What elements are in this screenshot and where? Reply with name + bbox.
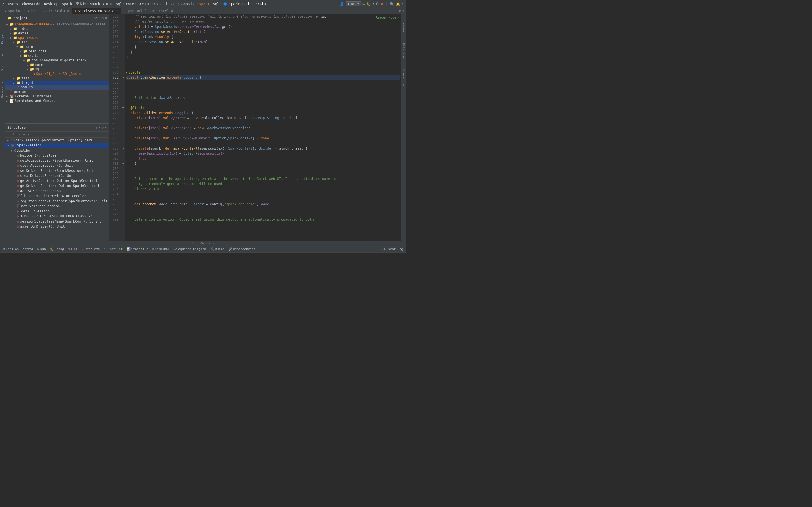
struct-active[interactable]: m active: SparkSession [5, 188, 109, 193]
version-control-btn[interactable]: ⑆ Version Control [1, 247, 35, 251]
tab-close-pomxml[interactable]: × [171, 9, 173, 12]
tree-root[interactable]: ▼ 📁 chenyunde-classse ~/Desktop/chenyund… [5, 22, 109, 26]
struct-fields-btn[interactable]: ⊞ [22, 132, 26, 136]
bc-core[interactable]: core [126, 2, 134, 6]
bc-spark-version[interactable]: spark-3.0.0 [90, 2, 112, 6]
debug-btn[interactable]: 🐛 Debug [48, 247, 66, 251]
todo-btn[interactable]: ☑ TODO [66, 247, 80, 251]
bc-sql[interactable]: sql [116, 2, 122, 6]
hierarchy-tab[interactable]: Hierarchy [402, 69, 405, 86]
struct-settings-icon[interactable]: ⚙ [102, 126, 104, 129]
profile-button[interactable]: ⏱ [376, 2, 379, 6]
struct-setdefault[interactable]: m setDefaultSession(SparkSession): Unit [5, 168, 109, 173]
tree-src[interactable]: ▼ 📁 src [5, 40, 109, 45]
debug-button[interactable]: 🐛 [366, 2, 371, 6]
search-icon[interactable]: 🔍 [390, 2, 394, 6]
bc-scala[interactable]: scala [159, 2, 169, 6]
problems-btn[interactable]: ⚠ Problems [80, 247, 101, 251]
bc-user[interactable]: chenyunde [22, 2, 40, 6]
bc-src[interactable]: src [138, 2, 144, 6]
struct-filter-icon[interactable]: ⬇ [98, 126, 100, 129]
bc-users[interactable]: Users [8, 2, 18, 6]
user-icon[interactable]: 👤 [340, 2, 344, 6]
statistic-btn[interactable]: 📊 Statistic [125, 247, 150, 251]
structure-side-tab[interactable]: Structure [1, 54, 4, 71]
tab-close-spark01[interactable]: × [67, 9, 69, 12]
tree-pom-outer[interactable]: 🗋 pom.xml [5, 90, 109, 94]
settings-icon[interactable]: ⚙ [102, 16, 104, 20]
struct-visibility-btn[interactable]: 👁 [11, 132, 16, 136]
struct-assert[interactable]: m assertOnDriver(): Unit [5, 224, 109, 229]
struct-listener[interactable]: v listenerRegistered: AtomicBoolean [5, 193, 109, 199]
build-btn[interactable]: 🔨 Build [209, 247, 226, 251]
bookmarks-tab[interactable]: Bookmarks [1, 81, 4, 98]
tab-sparksession[interactable]: ◆ SparkSession.scala × [72, 8, 121, 14]
tree-scratches[interactable]: ▶ 📝 Scratches and Consoles [5, 99, 109, 103]
tree-resources[interactable]: ▶ 📁 resources [5, 49, 109, 54]
stop-button[interactable]: ■ [381, 2, 383, 6]
tree-spark-core[interactable]: ▼ 📁 spark-core [5, 36, 109, 40]
struct-sessionstate[interactable]: m sessionStateClassName(SparkConf): Stri… [5, 219, 109, 224]
struct-clearactive[interactable]: m clearActiveSession(): Unit [5, 163, 109, 168]
update-icon[interactable]: ↑ [402, 2, 404, 6]
collapse-all-icon[interactable]: ≡ [98, 16, 100, 20]
tree-scala-dir[interactable]: ▼ 📁 scala [5, 54, 109, 58]
bc-file[interactable]: 🔷 SparkSession.scala [223, 2, 266, 6]
struct-sparksession[interactable]: ▼ ⊙ O SparkSession [5, 143, 109, 148]
notification-icon[interactable]: 🔔 [396, 2, 400, 6]
close-panel-icon[interactable]: × [105, 16, 107, 20]
tree-pom-inner[interactable]: 🗋 pom.xml [5, 85, 109, 90]
tab-settings-icon[interactable]: ⚙ [399, 9, 401, 13]
struct-constructor[interactable]: ▶ C SparkSession(SparkContext, Option[Sh… [5, 138, 109, 143]
tree-core[interactable]: ▶ 📁 core [5, 62, 109, 67]
tree-idea[interactable]: ▶ 📁 .idea [5, 26, 109, 31]
profiler-btn[interactable]: ⏱ Profiler [102, 247, 124, 251]
terminal-btn[interactable]: ⌨ Terminal [150, 247, 171, 251]
bc-sql2[interactable]: sql [213, 2, 219, 6]
bc-spark[interactable]: spark [62, 2, 72, 6]
run-btn[interactable]: ▶ Run [36, 247, 48, 251]
struct-activethread[interactable]: v activeThreadSession [5, 204, 109, 209]
sync-icon[interactable]: ⟳ [94, 16, 97, 20]
tab-pomxml[interactable]: 🗋 pom.xml (spark-core) × [121, 8, 176, 14]
tree-datas[interactable]: ▶ 📁 datas [5, 31, 109, 36]
struct-builder[interactable]: ▼ C Builder [5, 148, 109, 153]
coverage-button[interactable]: ☂ [372, 2, 374, 6]
struct-anonymous-btn[interactable]: λ [17, 132, 21, 136]
bc-org[interactable]: org [173, 2, 180, 6]
tree-spark01[interactable]: ◆ Spark01_SparkSQL_Basic [5, 71, 109, 76]
code-editor[interactable]: 759 760 761 762 763 764 765 766 767 768 … [109, 14, 401, 240]
tree-target[interactable]: ▶ 📁 target [5, 80, 109, 85]
project-tab[interactable]: Project [1, 31, 4, 44]
bc-install[interactable]: 安装包 [76, 1, 86, 6]
reader-mode-checkmark[interactable]: ✓ [397, 16, 399, 19]
bc-desktop[interactable]: Desktop [44, 2, 58, 6]
maven-tab[interactable]: Maven [402, 22, 405, 32]
struct-getactive[interactable]: m getActiveSession: Option[SparkSession] [5, 178, 109, 183]
struct-hive[interactable]: v HIVE_SESSION_STATE_BUILDER_CLASS_NA... [5, 214, 109, 219]
dependencies-btn[interactable]: 🔗 Dependencies [227, 247, 257, 251]
tree-com-pkg[interactable]: ▼ 📁 com.chenyunde.bigdata.spark [5, 58, 109, 62]
code-content[interactable]: // set and not the default session. This… [125, 14, 401, 240]
tab-split-icon[interactable]: ⊡ [402, 9, 404, 13]
struct-getdefault[interactable]: m getDefaultSession: Option[SparkSession… [5, 183, 109, 188]
struct-sort-btn[interactable]: ⇅ [7, 132, 10, 136]
struct-register[interactable]: m registerContextListener(SparkContext):… [5, 199, 109, 204]
run-button[interactable]: ▶ [363, 2, 365, 6]
tree-main[interactable]: ▼ 📁 main [5, 45, 109, 49]
run-config-button[interactable]: ▶ Test ▾ [346, 1, 361, 6]
tab-close-sparksession[interactable]: × [116, 9, 118, 12]
sequence-diagram-btn[interactable]: ⟶ Sequence Diagram [172, 247, 208, 251]
struct-builder-fn[interactable]: m builder(): Builder [5, 153, 109, 158]
bc-main[interactable]: main [147, 2, 156, 6]
bc-spark2[interactable]: spark [199, 2, 209, 6]
database-tab[interactable]: Database [402, 43, 405, 58]
struct-setactive[interactable]: m setActiveSession(SparkSession): Unit [5, 158, 109, 163]
tree-ext-libs[interactable]: ▶ 📚 External Libraries [5, 94, 109, 99]
struct-default-sess[interactable]: v defaultSession [5, 209, 109, 214]
tree-sql-dir[interactable]: ▼ 📁 sql [5, 67, 109, 71]
struct-sort-icon[interactable]: ↕ [95, 126, 97, 129]
tab-spark01[interactable]: ◆ Spark01_SparkSQL_Basic.scala × [2, 8, 72, 14]
struct-close-icon[interactable]: × [105, 126, 107, 129]
event-log-btn[interactable]: ● Event Log [382, 247, 405, 251]
